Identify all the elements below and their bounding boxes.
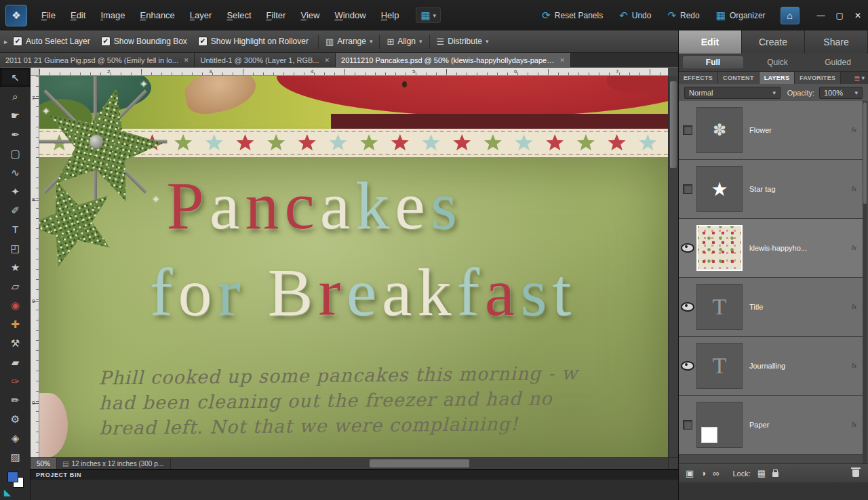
layer-row-flower[interactable]: ✽Flowerfx [679, 101, 863, 160]
menu-select[interactable]: Select [219, 0, 258, 30]
link-layers-button[interactable]: ∞ [713, 469, 719, 478]
minimize-button[interactable]: — [817, 11, 825, 20]
opacity-select[interactable]: 100% ▾ [819, 87, 863, 99]
mode-quick[interactable]: Quick [747, 58, 808, 67]
menu-enhance[interactable]: Enhance [133, 0, 182, 30]
spot-healing-brush-tool[interactable]: ✚ [0, 314, 31, 333]
subtab-effects[interactable]: EFFECTS [679, 72, 718, 84]
redo-button[interactable]: ↷ Redo [660, 7, 706, 23]
menu-window[interactable]: Window [327, 0, 373, 30]
zoom-level[interactable]: 50% [31, 458, 57, 469]
straighten-tool[interactable]: ▱ [0, 276, 31, 295]
lock-transparency-button[interactable]: ▦ [757, 469, 766, 478]
layer-row-star-tag[interactable]: ★Star tagfx [679, 160, 863, 219]
paint-bucket-tool[interactable]: ◈ [0, 428, 31, 447]
tab-close-icon[interactable]: ✕ [184, 57, 189, 64]
quick-selection-tool[interactable]: ✐ [0, 201, 31, 220]
new-layer-button[interactable]: ▣ [686, 469, 694, 478]
options-expander-icon[interactable]: ▸ [4, 38, 7, 45]
cookie-cutter-tool[interactable]: ★ [0, 257, 31, 276]
move-tool[interactable]: ↖ [0, 68, 31, 87]
vertical-scrollbar-thumb[interactable] [670, 81, 677, 168]
blend-mode-select[interactable]: Normal ▾ [684, 87, 781, 99]
align-dropdown[interactable]: ⊞Align▾ [379, 35, 429, 49]
panel-menu-button[interactable]: ≣ ▾ [850, 72, 868, 84]
crop-tool[interactable]: ◰ [0, 238, 31, 257]
blend-options-row: Normal ▾ Opacity: 100% ▾ [679, 84, 868, 102]
eraser-tool[interactable]: ▰ [0, 352, 31, 371]
maximize-button[interactable]: ▢ [836, 11, 844, 20]
subtab-favorites[interactable]: FAVORITES [795, 72, 841, 84]
mode-guided[interactable]: Guided [808, 58, 868, 67]
checkbox-checked-icon[interactable]: ✔ [13, 37, 22, 46]
menu-filter[interactable]: Filter [259, 0, 294, 30]
menu-view[interactable]: View [293, 0, 327, 30]
horizontal-scrollbar-thumb[interactable] [370, 459, 469, 467]
document-canvas[interactable]: Pancakes for Breakfast Phill cooked up s… [39, 76, 668, 457]
visibility-toggle[interactable] [679, 184, 696, 194]
tab-create[interactable]: Create [742, 30, 805, 54]
home-button[interactable]: ⌂ [781, 7, 800, 24]
reset-panels-button[interactable]: ⟳ Reset Panels [535, 7, 610, 23]
visibility-toggle[interactable] [679, 361, 696, 371]
new-adjustment-layer-button[interactable]: ◑ [701, 469, 706, 478]
lasso-tool[interactable]: ∿ [0, 163, 31, 182]
arrange-dropdown[interactable]: ▥Arrange▾ [318, 35, 380, 49]
option-show-bounding-box[interactable]: ✔Show Bounding Box [101, 37, 187, 46]
delete-layer-button[interactable] [852, 470, 859, 477]
smart-brush-tool[interactable]: ⚙ [0, 409, 31, 428]
option-auto-select-layer[interactable]: ✔Auto Select Layer [13, 37, 90, 46]
document-tab-1[interactable]: 2011 01 21 Guinea Pig.psd @ 50% (Emily f… [0, 53, 195, 67]
subtab-content[interactable]: CONTENT [718, 72, 760, 84]
panel-layout-button[interactable]: ▦ ▾ [416, 7, 441, 23]
brush-tool[interactable]: ✑ [0, 371, 31, 390]
layers-scrollbar-thumb[interactable] [863, 102, 867, 204]
vertical-scrollbar[interactable] [668, 76, 678, 457]
type-tool[interactable]: T [0, 220, 31, 238]
red-eye-removal-tool[interactable]: ◉ [0, 295, 31, 314]
tab-share[interactable]: Share [805, 30, 868, 54]
menu-image[interactable]: Image [93, 0, 132, 30]
mode-full[interactable]: Full [683, 56, 743, 68]
foreground-color-swatch[interactable] [7, 472, 18, 482]
menu-layer[interactable]: Layer [182, 0, 220, 30]
rectangular-marquee-tool[interactable]: ▢ [0, 144, 31, 163]
undo-button[interactable]: ↶ Undo [612, 7, 658, 23]
gradient-tool[interactable]: ▨ [0, 447, 31, 466]
visibility-toggle[interactable] [679, 243, 696, 253]
project-bin-area [31, 480, 678, 500]
option-show-highlight-on-rollover[interactable]: ✔Show Highlight on Rollover [198, 37, 309, 46]
menu-help[interactable]: Help [374, 0, 407, 30]
tab-close-icon[interactable]: ✕ [560, 57, 566, 64]
subtab-layers[interactable]: LAYERS [760, 72, 795, 84]
menu-file[interactable]: File [34, 0, 63, 30]
close-button[interactable]: ✕ [854, 11, 861, 20]
tab-edit[interactable]: Edit [679, 30, 742, 54]
visibility-toggle[interactable] [679, 125, 696, 135]
magic-wand-tool[interactable]: ✦ [0, 182, 31, 201]
hand-tool[interactable]: ☛ [0, 106, 31, 125]
eyedropper-tool[interactable]: ✒ [0, 125, 31, 144]
menu-edit[interactable]: Edit [63, 0, 93, 30]
horizontal-scrollbar[interactable] [170, 458, 668, 469]
clone-stamp-tool[interactable]: ⚒ [0, 333, 31, 352]
lock-all-button[interactable] [772, 472, 778, 477]
layer-row-klewis-happyho[interactable]: klewis-happyho...fx [679, 219, 863, 278]
layer-row-title[interactable]: TTitlefx [679, 278, 863, 337]
layer-row-paper[interactable]: Paperfx [679, 396, 863, 455]
document-tab-2[interactable]: Untitled-1 @ 300% (Layer 1, RGB...✕ [195, 53, 336, 67]
distribute-dropdown[interactable]: ☰Distribute▾ [429, 35, 496, 49]
layers-scrollbar[interactable] [863, 101, 867, 463]
tab-close-icon[interactable]: ✕ [325, 57, 330, 64]
pencil-tool[interactable]: ✏ [0, 390, 31, 409]
layer-row-journalling[interactable]: TJournallingfx [679, 337, 863, 396]
zoom-tool[interactable]: ⌕ [0, 87, 31, 106]
checkbox-checked-icon[interactable]: ✔ [101, 37, 111, 46]
project-bin-toggle-icon[interactable]: ◣ [4, 487, 11, 497]
checkbox-checked-icon[interactable]: ✔ [198, 37, 208, 46]
visibility-toggle[interactable] [679, 302, 696, 312]
organizer-button[interactable]: ▦ Organizer [709, 7, 772, 23]
document-tab-3[interactable]: 20111210 Pancakes.psd @ 50% (klewis-happ… [336, 53, 571, 67]
visibility-toggle[interactable] [679, 420, 696, 430]
project-bin-bar[interactable]: PROJECT BIN [31, 469, 678, 480]
